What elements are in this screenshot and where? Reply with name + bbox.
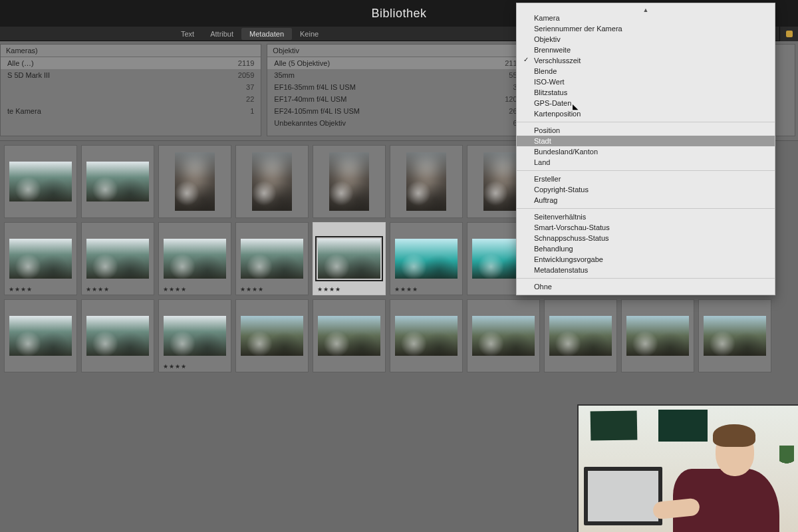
lens-row[interactable]: EF24-105mm f/4L IS USM263 — [267, 105, 527, 117]
thumbnail-image — [406, 152, 446, 211]
menu-scroll-up-icon: ▲ — [517, 7, 775, 13]
thumbnail-cell[interactable] — [4, 145, 77, 218]
module-title: Bibliothek — [371, 7, 426, 21]
menu-separator — [517, 208, 775, 209]
thumbnail-cell[interactable] — [81, 145, 154, 218]
thumbnail-cell[interactable]: ★★★★ — [158, 299, 231, 372]
lens-row[interactable]: EF16-35mm f/4L IS USM37 — [267, 81, 527, 93]
menu-item[interactable]: Land — [517, 157, 775, 168]
menu-item[interactable]: Stadt — [517, 136, 775, 146]
menu-item[interactable]: Seitenverhältnis — [517, 211, 775, 222]
filter-row-label: S 5D Mark III — [7, 71, 50, 79]
filter-tab-keine[interactable]: Keine — [292, 28, 327, 40]
filter-row-label: Alle (5 Objektive) — [274, 59, 330, 67]
thumbnail-cell[interactable]: ★★★★ — [4, 222, 77, 295]
menu-item[interactable]: Ersteller — [517, 174, 775, 184]
thumbnail-cell[interactable] — [467, 299, 540, 372]
menu-item[interactable]: Metadatenstatus — [517, 265, 775, 275]
thumbnail-cell[interactable] — [621, 299, 694, 372]
menu-item[interactable]: ISO-Wert — [517, 76, 775, 87]
rating-stars: ★★★★ — [394, 286, 418, 293]
menu-item[interactable]: Ohne — [517, 281, 775, 292]
menu-item[interactable]: Smart-Vorschau-Status — [517, 222, 775, 233]
filter-row-label: Alle (…) — [7, 59, 34, 67]
lens-row[interactable]: EF17-40mm f/4L USM1200 — [267, 93, 527, 105]
camera-row[interactable]: S 5D Mark III2059 — [1, 69, 261, 81]
menu-item[interactable]: Copyright-Status — [517, 184, 775, 195]
thumbnail-cell[interactable] — [390, 145, 463, 218]
filter-row-count: 37 — [246, 83, 254, 91]
menu-separator — [517, 278, 775, 279]
thumbnail-image — [164, 239, 226, 279]
thumbnail-image — [472, 316, 535, 356]
thumbnail-cell[interactable]: ★★★★ — [81, 222, 154, 295]
rating-stars: ★★★★ — [9, 286, 33, 293]
camera-row[interactable]: 37 — [1, 81, 261, 93]
thumbnail-cell[interactable] — [698, 299, 771, 372]
menu-item[interactable]: Seriennummer der Kamera — [517, 23, 775, 34]
menu-item[interactable]: Schnappschuss-Status — [517, 233, 775, 243]
lens-row[interactable]: Alle (5 Objektive)2119 — [267, 57, 527, 69]
filter-tab-attribut[interactable]: Attribut — [202, 28, 241, 40]
thumbnail-image — [241, 239, 303, 279]
metadata-column-menu[interactable]: ▲ KameraSeriennummer der KameraObjektivB… — [516, 3, 775, 295]
thumbnail-image — [395, 239, 458, 279]
thumbnail-image — [318, 239, 380, 279]
thumbnail-cell[interactable] — [81, 299, 154, 372]
camera-row[interactable]: te Kamera1 — [1, 105, 261, 117]
wall-art — [591, 410, 638, 440]
filter-tab-text[interactable]: Text — [173, 28, 202, 40]
menu-item[interactable]: Blitzstatus — [517, 87, 775, 98]
menu-item[interactable]: Kamera — [517, 13, 775, 23]
menu-item[interactable]: Behandlung — [517, 243, 775, 254]
thumbnail-cell[interactable]: ★★★★ — [235, 222, 309, 295]
monitor — [584, 467, 662, 525]
thumbnail-cell[interactable]: ★★★★ — [158, 222, 231, 295]
menu-separator — [517, 122, 775, 122]
thumbnail-cell[interactable] — [235, 299, 309, 372]
menu-item[interactable]: GPS-Daten — [517, 98, 775, 108]
menu-item[interactable]: Entwicklungsvorgabe — [517, 254, 775, 265]
thumbnail-cell[interactable] — [390, 299, 463, 372]
thumbnail-image — [175, 152, 215, 211]
lens-row[interactable]: 35mm558 — [267, 69, 527, 81]
menu-item[interactable]: Kartenposition — [517, 108, 775, 119]
thumbnail-cell[interactable]: ★★★★ — [390, 222, 463, 295]
rating-stars: ★★★★ — [163, 286, 187, 293]
thumbnail-cell[interactable]: ★★★★ — [313, 222, 386, 295]
menu-item[interactable]: Verschlusszeit — [517, 55, 775, 66]
menu-item[interactable]: Objektiv — [517, 34, 775, 45]
presenter-webcam — [577, 404, 798, 532]
menu-item[interactable]: Bundesland/Kanton — [517, 146, 775, 157]
thumbnail-cell[interactable] — [544, 299, 617, 372]
thumbnail-cell[interactable] — [235, 145, 309, 218]
thumbnail-cell[interactable] — [158, 145, 231, 218]
menu-item[interactable]: Blende — [517, 66, 775, 76]
filter-pane-camera-header[interactable]: Kameras) — [1, 45, 261, 57]
right-panel-hint — [779, 27, 798, 41]
filter-pane-lens-header[interactable]: Objektiv — [267, 45, 527, 57]
plant — [779, 446, 794, 472]
camera-row[interactable]: 22 — [1, 93, 261, 105]
thumbnail-cell[interactable] — [313, 145, 386, 218]
lens-row[interactable]: Unbekanntes Objektiv61 — [267, 117, 527, 129]
menu-item[interactable]: Position — [517, 125, 775, 136]
menu-item[interactable]: Brennweite — [517, 45, 775, 55]
menu-item[interactable]: Auftrag — [517, 195, 775, 205]
thumbnail-image — [395, 316, 458, 356]
menu-separator — [517, 170, 775, 171]
filter-tab-metadaten[interactable]: Metadaten — [241, 28, 292, 40]
thumbnail-image — [549, 316, 612, 356]
thumbnail-image — [329, 152, 369, 211]
camera-row[interactable]: Alle (…)2119 — [1, 57, 261, 69]
filter-row-label: Unbekanntes Objektiv — [274, 119, 346, 127]
thumbnail-image — [704, 316, 766, 356]
thumbnail-cell[interactable] — [313, 299, 386, 372]
thumbnail-cell[interactable] — [4, 299, 77, 372]
flag-icon — [786, 31, 793, 37]
filter-pane-lens: Objektiv Alle (5 Objektive)211935mm558EF… — [267, 44, 528, 136]
filter-row-label: 35mm — [274, 71, 295, 79]
filter-row-count: 22 — [246, 95, 254, 103]
thumbnail-image — [318, 316, 380, 356]
thumbnail-image — [9, 316, 72, 356]
